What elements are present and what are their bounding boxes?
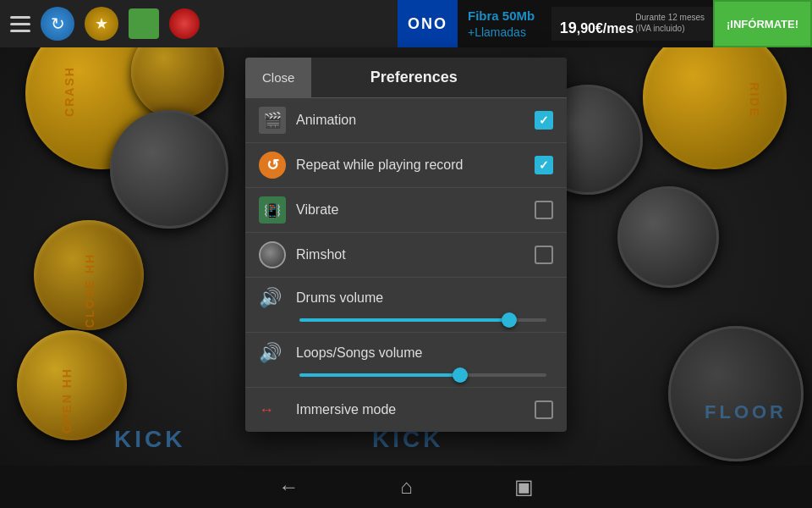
star-button[interactable]: ★ <box>85 7 118 41</box>
ad-text: Fibra 50Mb +Llamadas <box>458 2 551 47</box>
preferences-panel: Close Preferences Animation ↺ Repeat whi… <box>245 58 567 432</box>
drums-volume-track[interactable] <box>299 318 546 322</box>
loops-volume-row: 🔊 Loops/Songs volume <box>245 333 567 388</box>
drums-volume-label-row: 🔊 Drums volume <box>259 284 553 312</box>
ad-tagline1: Fibra 50Mb <box>468 7 541 25</box>
immersive-label: Immersive mode <box>296 402 524 417</box>
rimshot-row: Rimshot <box>245 233 567 278</box>
ad-tagline2: +Llamadas <box>468 25 541 41</box>
home-button[interactable]: ⌂ <box>400 475 413 499</box>
hamburger-line1 <box>10 16 30 19</box>
immersive-icon: ↔ <box>259 396 286 423</box>
animation-icon <box>259 107 286 134</box>
loops-volume-label: Loops/Songs volume <box>296 345 553 361</box>
top-bar: ↻ ★ ONO Fibra 50Mb +Llamadas 19,90€/mes … <box>0 0 812 47</box>
ad-cta-button[interactable]: ¡INFÓRMATE! <box>713 0 812 47</box>
ad-brand: ONO <box>398 0 458 47</box>
ad-price-note: Durante 12 meses (IVA incluido) <box>635 12 705 34</box>
green-button[interactable] <box>129 8 159 39</box>
back-button[interactable]: ← <box>278 475 299 499</box>
animation-checkbox[interactable] <box>535 111 553 130</box>
immersive-checkbox[interactable] <box>535 400 553 419</box>
preferences-overlay: Close Preferences Animation ↺ Repeat whi… <box>0 47 812 466</box>
loops-volume-icon: 🔊 <box>259 340 286 367</box>
loops-volume-label-row: 🔊 Loops/Songs volume <box>259 340 553 367</box>
ad-price-dec: ,90€/mes <box>577 21 634 36</box>
top-bar-left: ↻ ★ <box>10 7 200 41</box>
ad-price-block: 19,90€/mes Durante 12 meses (IVA incluid… <box>551 7 713 41</box>
drums-volume-icon: 🔊 <box>259 284 286 312</box>
rimshot-label: Rimshot <box>296 247 524 262</box>
animation-label: Animation <box>296 113 524 128</box>
vibrate-row: 📳 Vibrate <box>245 188 567 233</box>
preferences-header: Close Preferences <box>245 58 567 98</box>
repeat-row: ↺ Repeat while playing record <box>245 143 567 188</box>
preferences-title: Preferences <box>311 69 567 86</box>
ad-banner: ONO Fibra 50Mb +Llamadas 19,90€/mes Dura… <box>398 0 812 47</box>
vibrate-icon: 📳 <box>259 196 286 224</box>
reload-button[interactable]: ↻ <box>41 7 74 41</box>
hamburger-line2 <box>10 23 30 25</box>
rimshot-checkbox[interactable] <box>535 246 553 264</box>
recent-button[interactable]: ▣ <box>514 475 534 499</box>
drums-volume-fill <box>299 318 509 322</box>
repeat-label: Repeat while playing record <box>296 157 524 173</box>
drums-volume-label: Drums volume <box>296 290 553 306</box>
drums-volume-thumb[interactable] <box>502 312 517 328</box>
close-button[interactable]: Close <box>245 58 311 97</box>
loops-volume-fill <box>299 373 460 377</box>
loops-volume-track[interactable] <box>299 373 546 377</box>
vibrate-label: Vibrate <box>296 202 524 218</box>
bottom-nav: ← ⌂ ▣ <box>0 466 812 508</box>
repeat-checkbox[interactable] <box>535 156 553 174</box>
vibrate-checkbox[interactable] <box>535 201 553 219</box>
record-button[interactable] <box>169 8 200 39</box>
drums-volume-row: 🔊 Drums volume <box>245 278 567 333</box>
loops-volume-thumb[interactable] <box>453 367 468 383</box>
ad-price-int: 19,90€/mes <box>560 10 634 37</box>
rimshot-icon <box>259 241 286 268</box>
hamburger-line3 <box>10 30 30 32</box>
animation-row: Animation <box>245 98 567 143</box>
repeat-icon: ↺ <box>259 152 286 179</box>
immersive-row: ↔ Immersive mode <box>245 388 567 432</box>
menu-button[interactable] <box>10 16 30 32</box>
